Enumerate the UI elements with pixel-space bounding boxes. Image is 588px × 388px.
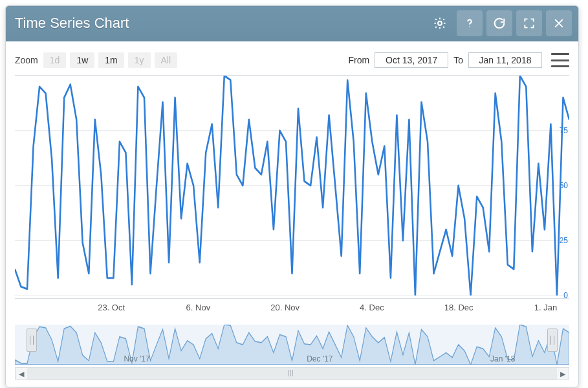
svg-point-0 bbox=[438, 21, 442, 25]
zoom-All: All bbox=[155, 52, 178, 68]
x-axis: 23. Oct6. Nov20. Nov4. Dec18. Dec1. Jan bbox=[15, 298, 569, 316]
nav-handle-left[interactable] bbox=[27, 329, 37, 352]
scroll-right-icon[interactable]: ▶ bbox=[557, 368, 569, 380]
x-tick: 6. Nov bbox=[186, 303, 211, 312]
from-label: From bbox=[349, 55, 370, 65]
zoom-1w[interactable]: 1w bbox=[70, 52, 94, 68]
nav-tick: Jan '18 bbox=[490, 354, 515, 363]
zoom-1y: 1y bbox=[128, 52, 151, 68]
hamburger-icon[interactable] bbox=[551, 53, 569, 67]
chart-toolbar: Zoom 1d1w1m1yAll From To bbox=[15, 50, 569, 70]
scroll-left-icon[interactable]: ◀ bbox=[16, 368, 27, 380]
from-input[interactable] bbox=[375, 52, 448, 68]
svg-point-1 bbox=[469, 27, 470, 28]
to-label: To bbox=[453, 55, 463, 65]
zoom-buttons: 1d1w1m1yAll bbox=[43, 52, 181, 68]
scroll-track[interactable] bbox=[27, 368, 557, 380]
y-tick: 50 bbox=[560, 181, 568, 190]
close-icon[interactable] bbox=[546, 10, 572, 36]
y-tick: 25 bbox=[560, 236, 568, 245]
fullscreen-icon[interactable] bbox=[516, 10, 542, 36]
nav-tick: Nov '17 bbox=[124, 354, 149, 363]
zoom-1d: 1d bbox=[43, 52, 67, 68]
navigator[interactable]: Nov '17Dec '17Jan '18 bbox=[15, 325, 569, 365]
panel-body: Zoom 1d1w1m1yAll From To 0255075 23. Oct… bbox=[6, 41, 578, 387]
panel: Time Series Chart Zoom 1d1w1m1yAll From … bbox=[5, 5, 579, 387]
panel-title: Time Series Chart bbox=[15, 15, 423, 32]
zoom-label: Zoom bbox=[15, 55, 38, 65]
to-input[interactable] bbox=[468, 52, 542, 68]
nav-handle-right[interactable] bbox=[547, 329, 558, 352]
refresh-icon[interactable] bbox=[486, 10, 512, 36]
x-tick: 23. Oct bbox=[98, 303, 125, 312]
chart-plot[interactable]: 0255075 bbox=[15, 75, 569, 296]
x-tick: 4. Dec bbox=[360, 303, 384, 312]
title-bar: Time Series Chart bbox=[6, 6, 578, 41]
zoom-1m[interactable]: 1m bbox=[98, 52, 124, 68]
gear-icon[interactable] bbox=[427, 10, 453, 36]
nav-tick: Dec '17 bbox=[307, 354, 332, 363]
scrollbar[interactable]: ◀ ▶ bbox=[15, 367, 569, 380]
help-icon[interactable] bbox=[457, 10, 483, 36]
x-tick: 1. Jan bbox=[534, 303, 557, 312]
x-tick: 18. Dec bbox=[444, 303, 474, 312]
y-tick: 75 bbox=[560, 126, 568, 135]
x-tick: 20. Nov bbox=[270, 303, 299, 312]
